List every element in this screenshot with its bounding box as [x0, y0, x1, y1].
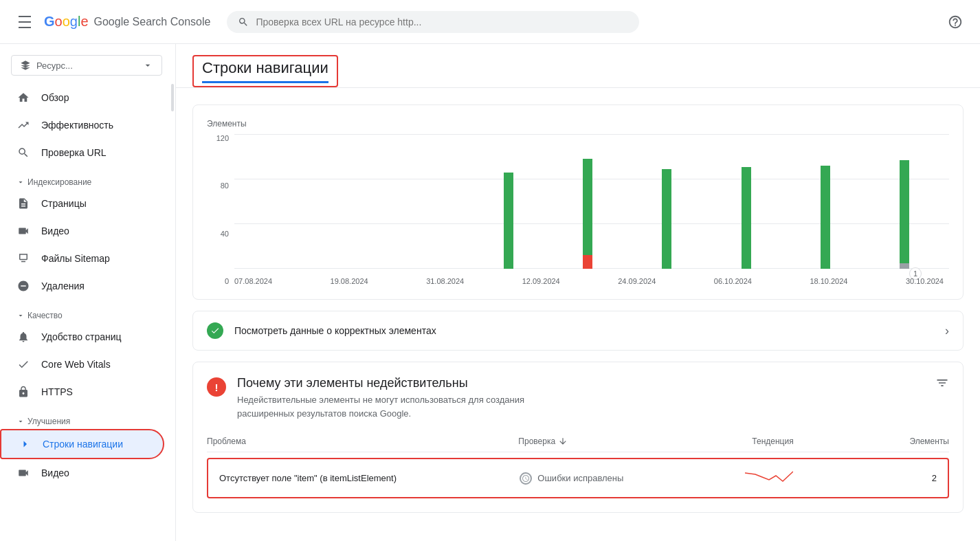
y-label-40: 40 — [221, 230, 229, 238]
y-label-80: 80 — [221, 181, 229, 190]
x-label-7: 18.10.2024 — [810, 277, 847, 285]
y-label-0: 0 — [225, 277, 229, 285]
bar-red — [583, 255, 592, 269]
chart-area: 120 80 40 0 — [207, 134, 949, 285]
check-text: Ошибки исправлены — [537, 473, 623, 483]
sidebar-item-pages[interactable]: Страницы — [0, 190, 164, 217]
search-input[interactable] — [256, 16, 628, 27]
bar-group-spike2 — [548, 159, 626, 269]
chart-body: 1 07.08.2024 19.08.2024 31.08.2024 12.09… — [234, 134, 949, 285]
chevron-down-section2-icon — [16, 311, 25, 320]
property-icon — [20, 60, 31, 71]
sidebar-item-cwv[interactable]: Core Web Vitals — [0, 351, 164, 378]
google-logo: Google — [44, 14, 89, 30]
bar-green — [662, 169, 671, 269]
menu-icon[interactable] — [11, 8, 38, 36]
chart-y-label: Элементы — [207, 119, 949, 129]
filter-icon[interactable] — [935, 376, 949, 393]
sidebar-item-breadcrumbs[interactable]: Строки навигации — [0, 429, 164, 459]
video2-icon — [16, 466, 30, 480]
sort-icon — [558, 437, 568, 446]
bar-green — [742, 167, 751, 269]
sidebar-item-label: Core Web Vitals — [41, 359, 111, 370]
sidebar: Ресурс... Обзор Эффективность — [0, 44, 176, 541]
svg-rect-1 — [19, 21, 31, 23]
x-label-5: 24.09.2024 — [618, 277, 656, 285]
section-label-quality: Качество — [0, 300, 175, 323]
sitemap-icon — [16, 252, 30, 265]
invalid-section: ! Почему эти элементы недействительны Не… — [192, 362, 964, 513]
table-header: Проблема Проверка Тенденция Элементы — [207, 431, 949, 452]
sidebar-item-label: Видео — [41, 467, 69, 478]
content-section: Элементы 120 80 40 0 — [176, 88, 980, 529]
search-nav-icon — [16, 146, 30, 159]
row-count: 2 — [895, 473, 937, 483]
x-label-1: 07.08.2024 — [234, 277, 272, 285]
sidebar-item-label: Видео — [41, 225, 69, 236]
bar-green — [504, 173, 513, 269]
warning-icon: ! — [207, 377, 226, 397]
x-label-4: 12.09.2024 — [522, 277, 560, 285]
bar-stack — [739, 167, 753, 269]
valid-row-text: Посмотреть данные о корректных элементах — [234, 325, 934, 336]
header: Google Google Search Console — [0, 0, 980, 44]
search-icon — [238, 16, 249, 27]
x-label-6: 06.10.2024 — [714, 277, 752, 285]
col-header-check: Проверка — [518, 437, 752, 446]
col-header-trend: Тенденция — [752, 437, 908, 446]
sidebar-item-label: Страницы — [41, 198, 87, 209]
sidebar-item-video2[interactable]: Видео — [0, 459, 164, 487]
section-label-improvements: Улучшения — [0, 406, 175, 429]
sidebar-item-performance[interactable]: Эффективность — [0, 111, 164, 139]
invalid-title: Почему эти элементы недействительны — [237, 376, 524, 390]
https-icon — [16, 385, 30, 399]
sidebar-item-sitemap[interactable]: Файлы Sitemap — [0, 245, 164, 272]
sidebar-item-label: Эффективность — [41, 120, 113, 131]
sidebar-item-url-inspect[interactable]: Проверка URL — [0, 139, 164, 166]
row-check: Ошибки исправлены — [520, 472, 745, 485]
sidebar-item-page-experience[interactable]: Удобство страниц — [0, 323, 164, 351]
bar-green — [900, 160, 909, 263]
search-bar[interactable] — [227, 11, 639, 33]
sidebar-item-label: Файлы Sitemap — [41, 253, 110, 264]
sidebar-item-removals[interactable]: Удаления — [0, 272, 164, 300]
app-title: Google Search Console — [94, 16, 211, 28]
sidebar-item-label: Удаления — [41, 280, 85, 291]
page-title-row: Строки навигации — [192, 55, 964, 87]
property-name: Ресурс... — [36, 60, 137, 71]
x-label-2: 19.08.2024 — [331, 277, 368, 285]
y-label-120: 120 — [216, 134, 229, 142]
home-icon — [16, 91, 30, 104]
valid-items-row[interactable]: Посмотреть данные о корректных элементах… — [192, 311, 964, 351]
bar-green — [583, 159, 592, 255]
header-right — [942, 8, 969, 36]
sidebar-item-overview[interactable]: Обзор — [0, 84, 164, 111]
bar-green — [821, 166, 830, 269]
x-label-8: 30.10.2024 — [906, 277, 944, 285]
sidebar-item-label: Проверка URL — [41, 147, 107, 158]
property-selector-container: Ресурс... — [0, 49, 175, 81]
bar-group-spike4 — [707, 167, 785, 269]
col-header-problem: Проблема — [207, 437, 518, 446]
page-title-container: Строки навигации — [192, 55, 338, 87]
sidebar-item-label: Строки навигации — [43, 439, 123, 450]
clock-icon — [520, 472, 532, 485]
chart-container: Элементы 120 80 40 0 — [192, 104, 964, 300]
sidebar-item-https[interactable]: HTTPS — [0, 378, 164, 406]
main-content: Строки навигации Элементы 120 80 40 0 — [176, 44, 980, 541]
breadcrumbs-icon — [18, 437, 32, 451]
table-row[interactable]: Отсутствует поле "item" (в itemListEleme… — [207, 458, 949, 498]
y-axis: 120 80 40 0 — [207, 134, 234, 285]
sidebar-item-video[interactable]: Видео — [0, 217, 164, 245]
help-icon[interactable] — [942, 8, 969, 36]
pages-icon — [16, 197, 30, 210]
x-axis-labels: 07.08.2024 19.08.2024 31.08.2024 12.09.2… — [234, 277, 949, 285]
video-icon — [16, 224, 30, 238]
property-selector[interactable]: Ресурс... — [11, 55, 162, 76]
section-label-indexing: Индексирование — [0, 166, 175, 190]
chevron-right-icon: › — [945, 324, 949, 338]
chevron-down-section3-icon — [16, 417, 25, 426]
sidebar-item-label: Удобство страниц — [41, 331, 122, 342]
bar-stack — [660, 169, 673, 269]
bar-group-spike6 — [866, 160, 944, 269]
